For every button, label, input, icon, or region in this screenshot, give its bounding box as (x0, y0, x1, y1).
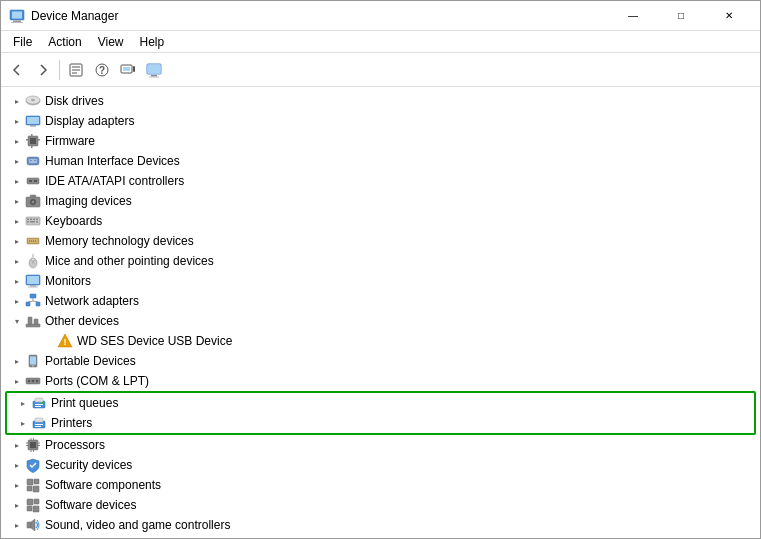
list-item[interactable]: Printers (7, 413, 754, 433)
tree-content[interactable]: Disk drives Display adapters (1, 87, 760, 538)
svg-rect-16 (149, 76, 159, 77)
list-item[interactable]: Storage controllers (1, 535, 760, 538)
list-item[interactable]: Memory technology devices (1, 231, 760, 251)
svg-rect-27 (31, 134, 33, 136)
svg-rect-107 (27, 522, 31, 528)
window-title: Device Manager (31, 9, 610, 23)
svg-rect-52 (33, 240, 34, 242)
expand-arrow[interactable] (9, 213, 25, 229)
svg-rect-21 (27, 117, 39, 124)
mice-icon (25, 253, 41, 269)
svg-rect-92 (26, 445, 28, 446)
menu-action[interactable]: Action (40, 33, 89, 51)
menu-view[interactable]: View (90, 33, 132, 51)
scan-button[interactable] (116, 58, 140, 82)
list-item[interactable]: IDE ATA/ATAPI controllers (1, 171, 760, 191)
menu-file[interactable]: File (5, 33, 40, 51)
list-item[interactable]: Print queues (7, 393, 754, 413)
list-item[interactable]: Mice and other pointing devices (1, 251, 760, 271)
help-button[interactable]: ? (90, 58, 114, 82)
expand-arrow[interactable] (9, 293, 25, 309)
svg-point-79 (36, 380, 38, 382)
display-button[interactable] (142, 58, 166, 82)
expand-arrow[interactable] (9, 437, 25, 453)
expand-arrow[interactable] (9, 313, 25, 329)
list-item[interactable]: Disk drives (1, 91, 760, 111)
expand-arrow[interactable] (15, 415, 31, 431)
list-item[interactable]: Processors (1, 435, 760, 455)
expand-arrow[interactable] (9, 133, 25, 149)
expand-arrow[interactable] (9, 477, 25, 493)
expand-arrow[interactable] (9, 113, 25, 129)
svg-rect-90 (30, 442, 36, 448)
back-button[interactable] (5, 58, 29, 82)
svg-rect-26 (38, 139, 40, 141)
svg-rect-47 (36, 221, 38, 223)
close-button[interactable]: ✕ (706, 1, 752, 31)
expand-arrow[interactable] (9, 373, 25, 389)
svg-rect-3 (11, 22, 23, 23)
menu-help[interactable]: Help (132, 33, 173, 51)
minimize-button[interactable]: — (610, 1, 656, 31)
expand-arrow[interactable] (9, 233, 25, 249)
list-item[interactable]: Display adapters (1, 111, 760, 131)
printers-icon (31, 415, 47, 431)
list-item[interactable]: Firmware (1, 131, 760, 151)
expand-arrow[interactable] (9, 273, 25, 289)
list-item[interactable]: Software components (1, 475, 760, 495)
expand-arrow[interactable] (9, 93, 25, 109)
monitors-icon (25, 273, 41, 289)
list-item[interactable]: Ports (COM & LPT) (1, 371, 760, 391)
title-bar: Device Manager — □ ✕ (1, 1, 760, 31)
list-item[interactable]: Human Interface Devices (1, 151, 760, 171)
memory-label: Memory technology devices (45, 234, 194, 248)
list-item[interactable]: Sound, video and game controllers (1, 515, 760, 535)
list-item[interactable]: Security devices (1, 455, 760, 475)
svg-rect-41 (27, 219, 29, 221)
wd-ses-label: WD SES Device USB Device (77, 334, 232, 348)
forward-button[interactable] (31, 58, 55, 82)
list-item[interactable]: Software devices (1, 495, 760, 515)
svg-rect-45 (27, 221, 29, 223)
expand-arrow[interactable] (9, 353, 25, 369)
svg-rect-81 (35, 398, 43, 402)
list-item[interactable]: Imaging devices (1, 191, 760, 211)
human-interface-label: Human Interface Devices (45, 154, 180, 168)
list-item[interactable]: Network adapters (1, 291, 760, 311)
ide-icon (25, 173, 41, 189)
expand-arrow[interactable] (9, 497, 25, 513)
display-adapters-label: Display adapters (45, 114, 134, 128)
maximize-button[interactable]: □ (658, 1, 704, 31)
other-devices-icon (25, 313, 41, 329)
app-icon (9, 8, 25, 24)
svg-rect-46 (30, 221, 35, 223)
expand-arrow[interactable] (9, 193, 25, 209)
svg-rect-103 (27, 499, 33, 505)
expand-arrow[interactable] (9, 173, 25, 189)
list-item[interactable]: Keyboards (1, 211, 760, 231)
properties-button[interactable] (64, 58, 88, 82)
svg-rect-64 (36, 302, 40, 306)
other-devices-label: Other devices (45, 314, 119, 328)
list-item[interactable]: ! WD SES Device USB Device (1, 331, 760, 351)
security-icon (25, 457, 41, 473)
svg-rect-96 (33, 438, 34, 440)
expand-arrow[interactable] (9, 457, 25, 473)
printers-label: Printers (51, 416, 92, 430)
svg-rect-51 (31, 240, 32, 242)
highlight-box: Print queues Printers (5, 391, 756, 435)
svg-rect-62 (30, 294, 36, 298)
svg-rect-14 (148, 65, 160, 73)
expand-arrow[interactable] (9, 537, 25, 538)
svg-rect-63 (26, 302, 30, 306)
device-manager-window: Device Manager — □ ✕ File Action View He… (0, 0, 761, 539)
window-controls: — □ ✕ (610, 1, 752, 31)
expand-arrow[interactable] (15, 395, 31, 411)
list-item[interactable]: Monitors (1, 271, 760, 291)
list-item[interactable]: Other devices (1, 311, 760, 331)
expand-arrow[interactable] (9, 253, 25, 269)
list-item[interactable]: Portable Devices (1, 351, 760, 371)
expand-arrow[interactable] (9, 517, 25, 533)
expand-arrow[interactable] (9, 153, 25, 169)
ports-label: Ports (COM & LPT) (45, 374, 149, 388)
